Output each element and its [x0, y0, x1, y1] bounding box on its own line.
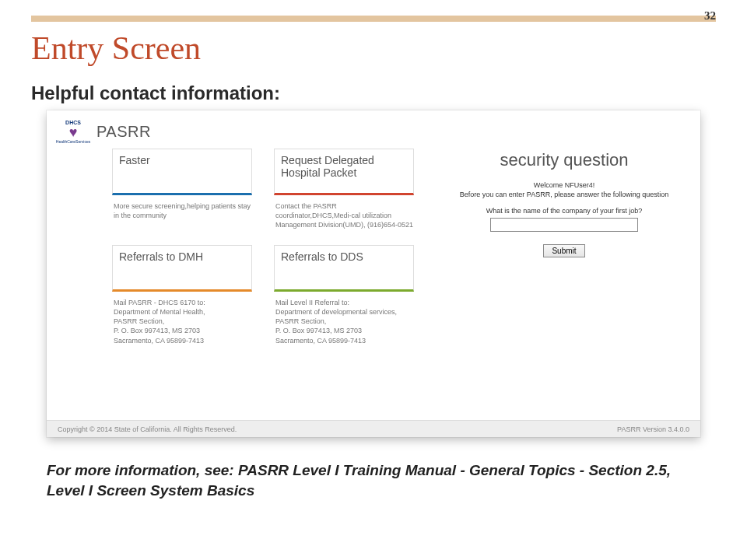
card-label: Referrals to DMH: [119, 250, 203, 263]
card-label: Referrals to DDS: [281, 250, 363, 263]
info-cards-grid: Faster Request Delegated Hospital Packet…: [112, 149, 423, 345]
submit-button[interactable]: Submit: [543, 244, 584, 257]
card-desc: More secure screening,helping patients s…: [112, 198, 252, 242]
app-title: PASRR: [96, 123, 151, 141]
security-question-text: What is the name of the company of your …: [439, 207, 689, 215]
footer-note: For more information, see: PASRR Level I…: [47, 460, 700, 500]
dhcs-logo: DHCS ♥ HealthCareServices: [58, 120, 89, 144]
security-heading: security question: [439, 150, 689, 170]
card-faster[interactable]: Faster: [112, 149, 252, 195]
security-answer-input[interactable]: [490, 218, 638, 232]
title-band: [31, 16, 716, 22]
welcome-text: Welcome NFUser4!: [439, 181, 689, 191]
subtitle: Helpful contact information:: [31, 82, 716, 104]
instruction-text: Before you can enter PASRR, please answe…: [439, 191, 689, 200]
slide-title: Entry Screen: [31, 30, 716, 67]
embedded-screenshot: DHCS ♥ HealthCareServices PASRR Faster R…: [47, 110, 700, 437]
card-desc: Contact the PASRR coordinator,DHCS,Medi-…: [274, 198, 414, 242]
card-desc: Mail Level II Referral to: Department of…: [274, 295, 414, 345]
card-request-packet[interactable]: Request Delegated Hospital Packet: [274, 149, 414, 195]
body-row: Faster Request Delegated Hospital Packet…: [58, 149, 689, 345]
card-label: Request Delegated Hospital Packet: [281, 154, 374, 179]
card-referrals-dds[interactable]: Referrals to DDS: [274, 245, 414, 292]
security-question-panel: security question Welcome NFUser4! Befor…: [439, 149, 689, 345]
card-label: Faster: [119, 154, 150, 166]
app-header: DHCS ♥ HealthCareServices PASRR: [58, 120, 689, 144]
copyright-text: Copyright © 2014 State of California. Al…: [58, 425, 237, 433]
app-footer: Copyright © 2014 State of California. Al…: [47, 420, 700, 437]
logo-text-bottom: HealthCareServices: [56, 139, 90, 144]
page-number: 32: [704, 9, 716, 23]
version-text: PASRR Version 3.4.0.0: [617, 425, 689, 433]
slide-container: 32 Entry Screen Helpful contact informat…: [0, 0, 747, 560]
heart-icon: ♥: [69, 125, 78, 139]
card-desc: Mail PASRR - DHCS 6170 to: Department of…: [112, 295, 252, 345]
card-referrals-dmh[interactable]: Referrals to DMH: [112, 245, 252, 292]
